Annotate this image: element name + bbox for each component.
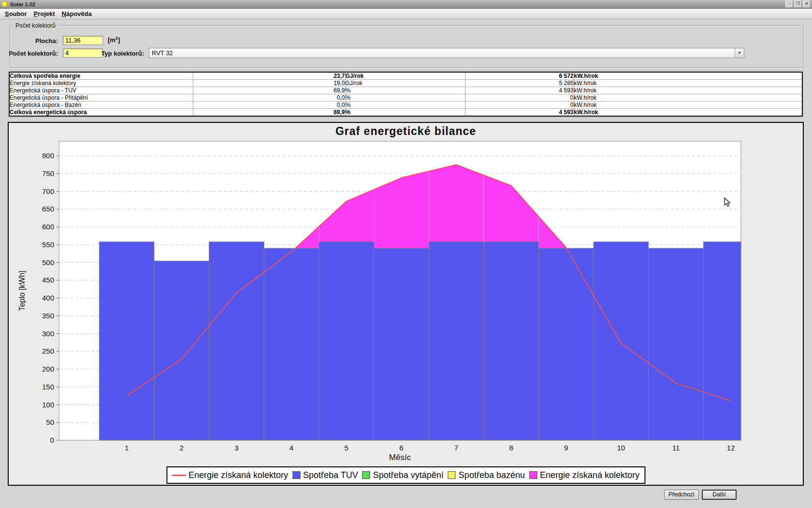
svg-text:350: 350	[42, 312, 54, 320]
legend-label: Energie získaná kolektory	[188, 470, 288, 480]
plocha-input[interactable]	[63, 36, 103, 45]
table-cell: 19,0	[193, 80, 345, 87]
sun-app-icon	[1, 1, 8, 7]
table-cell: 0,0	[193, 94, 345, 102]
legend-label: Spotřeba vytápění	[373, 470, 444, 480]
svg-text:6: 6	[399, 444, 403, 452]
menu-projekt[interactable]: Projekt	[32, 9, 60, 19]
table-cell: 5 285	[465, 80, 574, 87]
table-cell: 69,9	[193, 87, 345, 94]
collector-groupbox	[10, 25, 804, 68]
table-row: Celková spotřeba energie23,7GJ/rok6 572k…	[9, 72, 802, 80]
legend-item: Energie získaná kolektory	[172, 470, 288, 480]
table-cell: 0	[465, 94, 574, 102]
legend-line-swatch-icon	[172, 475, 186, 476]
legend-square-swatch-icon	[362, 471, 370, 479]
table-cell: kW.h/rok	[574, 94, 802, 102]
table-cell: %	[345, 102, 465, 109]
menu-soubor[interactable]: Soubor	[3, 9, 32, 19]
svg-text:10: 10	[617, 444, 625, 452]
combobox-value: RVT 32	[149, 49, 735, 57]
table-cell: Energetická úspora - TUV	[9, 87, 193, 94]
results-table: Celková spotřeba energie23,7GJ/rok6 572k…	[9, 72, 803, 117]
svg-text:3: 3	[234, 444, 238, 452]
svg-text:5: 5	[345, 444, 348, 452]
solar-app-window: { "window": { "title": "Solar 1.02", "co…	[0, 0, 812, 508]
table-cell: GJ/rok	[345, 80, 465, 87]
svg-text:600: 600	[42, 223, 54, 231]
previous-button[interactable]: Předchozí	[664, 490, 699, 500]
svg-text:250: 250	[42, 347, 54, 355]
svg-text:650: 650	[42, 205, 54, 213]
svg-text:450: 450	[42, 276, 54, 284]
table-cell: Celková energetická úspora	[9, 109, 193, 117]
close-icon[interactable]: ✕	[803, 0, 811, 8]
title-bar[interactable]: Solar 1.02 – ❐ ✕	[0, 0, 812, 9]
legend-item: Spotřeba TUV	[292, 470, 358, 480]
legend-square-swatch-icon	[292, 471, 300, 479]
svg-text:12: 12	[727, 444, 735, 452]
table-cell: 69,9	[193, 109, 345, 117]
menu-napoveda[interactable]: Nápověda	[60, 9, 97, 19]
legend-square-swatch-icon	[448, 471, 456, 479]
legend-label: Spotřeba bazénu	[459, 470, 525, 480]
plocha-unit-label: [m2]	[108, 36, 120, 44]
table-cell: kW.h/rok	[574, 102, 802, 109]
legend-item: Spotřeba bazénu	[448, 470, 525, 480]
svg-text:11: 11	[672, 444, 680, 452]
table-cell: Energetická úspora - Přitápění	[9, 94, 193, 102]
svg-text:150: 150	[42, 383, 54, 391]
svg-text:2: 2	[180, 444, 184, 452]
table-cell: kW.h/rok	[574, 109, 802, 117]
results-table-body: Celková spotřeba energie23,7GJ/rok6 572k…	[9, 72, 802, 116]
table-cell: kW.h/rok	[574, 80, 802, 87]
table-cell: 6 572	[465, 72, 574, 80]
plocha-label: Plocha:	[14, 37, 58, 45]
table-row: Energetická úspora - Bazén0,0%0kW.h/rok	[9, 102, 802, 109]
maximize-icon[interactable]: ❐	[794, 0, 802, 8]
energy-balance-chart: 0501001502002503003504004505005506006507…	[9, 123, 803, 485]
table-cell: 0	[465, 102, 574, 109]
svg-text:0: 0	[50, 436, 54, 444]
minimize-icon[interactable]: –	[785, 0, 793, 8]
results-table-panel: Celková spotřeba energie23,7GJ/rok6 572k…	[8, 71, 804, 118]
svg-text:300: 300	[42, 329, 54, 338]
table-cell: 4 593	[465, 87, 574, 94]
svg-text:800: 800	[42, 151, 54, 160]
svg-text:550: 550	[42, 240, 54, 249]
menu-bar: Soubor Projekt Nápověda	[0, 9, 812, 19]
table-row: Energetická úspora - Přitápění0,0%0kW.h/…	[9, 94, 802, 102]
table-cell: %	[345, 87, 465, 94]
chart-legend: Energie získaná kolektorySpotřeba TUVSpo…	[166, 466, 645, 484]
table-cell: kW.h/rok	[574, 87, 802, 94]
table-row: Energetická úspora - TUV69,9%4 593kW.h/r…	[9, 87, 802, 94]
x-axis-title: Měsíc	[59, 453, 741, 463]
svg-text:750: 750	[42, 169, 54, 178]
svg-text:50: 50	[46, 418, 54, 426]
svg-text:4: 4	[290, 444, 293, 452]
svg-text:9: 9	[564, 444, 568, 452]
typ-kolektoru-combobox[interactable]: RVT 32 ▼	[149, 48, 744, 58]
legend-label: Spotřeba TUV	[303, 470, 358, 480]
table-cell: Celková spotřeba energie	[9, 72, 193, 80]
table-row: Energie získaná kolektory19,0GJ/rok5 285…	[9, 80, 802, 87]
legend-item: Energie získaná kolektory	[529, 470, 639, 480]
table-cell: %	[345, 94, 465, 102]
legend-item: Spotřeba vytápění	[362, 470, 444, 480]
next-button[interactable]: Další	[702, 490, 737, 500]
legend-label: Energie získaná kolektory	[540, 470, 639, 480]
svg-text:500: 500	[42, 258, 54, 267]
pocet-label: Počet kolektorů:	[7, 50, 58, 57]
svg-text:100: 100	[42, 401, 54, 409]
svg-text:400: 400	[42, 294, 54, 302]
svg-text:8: 8	[509, 444, 513, 452]
table-cell: 0,0	[193, 102, 345, 109]
typ-label: Typ kolektorů:	[97, 50, 144, 57]
svg-text:7: 7	[454, 444, 458, 452]
table-cell: 4 593	[465, 109, 574, 117]
table-cell: Energie získaná kolektory	[9, 80, 193, 87]
table-cell: 23,7	[193, 72, 345, 80]
legend-square-swatch-icon	[529, 471, 537, 479]
chevron-down-icon[interactable]: ▼	[735, 48, 744, 58]
window-controls: – ❐ ✕	[785, 0, 812, 8]
